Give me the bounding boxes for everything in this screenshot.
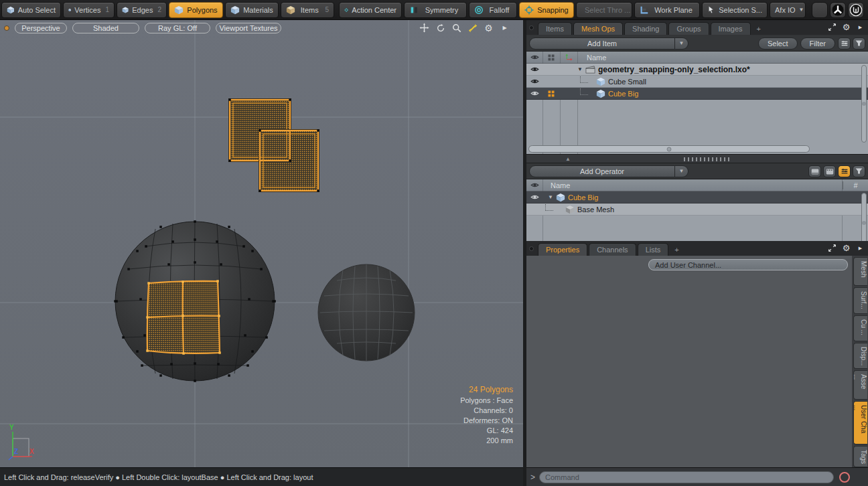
list-options-icon[interactable]: [838, 37, 851, 50]
auto-select-button[interactable]: Auto Select: [1, 2, 61, 18]
zoom-icon[interactable]: [451, 22, 462, 33]
eye-icon[interactable]: [526, 65, 542, 74]
item-row-cube-small[interactable]: Cube Small: [526, 76, 868, 88]
sphere-large-mesh[interactable]: [115, 222, 275, 381]
chevron-down-icon: ▼: [799, 7, 804, 13]
panel-widget-dot[interactable]: [529, 25, 534, 30]
vtab-mesh[interactable]: Mesh: [853, 257, 867, 286]
scene-row[interactable]: ▼ geometry_snapping-only_selection.lxo*: [526, 64, 868, 76]
expander-triangle-icon[interactable]: ▼: [548, 194, 555, 200]
perspective-selector[interactable]: Perspective: [15, 23, 67, 33]
properties-vertical-tabs: Mesh Surf... Cu ... Disp... Asse ... Use…: [852, 256, 868, 467]
selection-sets-button[interactable]: Selection S...: [702, 2, 768, 18]
view-solo-icon[interactable]: [808, 165, 821, 177]
selected-polygons-patch[interactable]: [147, 281, 220, 353]
tab-shading[interactable]: Shading: [624, 22, 667, 35]
tab-mesh-ops[interactable]: Mesh Ops: [573, 22, 623, 35]
snap-crosshair-icon: [524, 5, 534, 15]
mesh-op-row-base-mesh[interactable]: Base Mesh: [526, 204, 868, 216]
vtab-user-channels[interactable]: User Cha ...: [853, 401, 867, 444]
count-column-header: #: [843, 181, 868, 189]
panel-splitter[interactable]: ▲: [526, 154, 868, 163]
snapping-button[interactable]: Snapping: [519, 2, 574, 18]
add-item-dropdown[interactable]: Add Item: [529, 37, 675, 50]
falloff-button[interactable]: Falloff: [469, 2, 517, 18]
polygons-mode-button[interactable]: Polygons: [169, 2, 223, 18]
vertices-mode-button[interactable]: Vertices1: [63, 2, 115, 18]
add-item-dropdown-arrow[interactable]: ▼: [675, 37, 689, 50]
item-list-hscrollbar[interactable]: [528, 145, 810, 153]
splitter-grip[interactable]: [684, 157, 731, 161]
viewport-more-arrow-icon[interactable]: ▶: [499, 22, 510, 33]
viewport-3d[interactable]: Y X Z Perspective Shaded Ray GL: Off Vie…: [0, 20, 523, 467]
tab-channels[interactable]: Channels: [589, 243, 636, 256]
eye-icon[interactable]: [526, 193, 542, 201]
properties-body: Add User Channel... Mesh Surf... Cu ... …: [526, 256, 868, 467]
symmetry-button[interactable]: Symmetry: [404, 2, 467, 18]
action-center-button[interactable]: Action Center: [339, 2, 402, 18]
pan-icon[interactable]: [419, 22, 430, 33]
filter-button[interactable]: Filter: [800, 37, 835, 50]
expand-panel-icon[interactable]: [827, 243, 837, 253]
tab-images[interactable]: Images: [711, 22, 751, 35]
add-user-channel-button[interactable]: Add User Channel...: [648, 259, 848, 270]
name-column-header: Name: [551, 181, 843, 189]
mesh-ops-filter-funnel-icon[interactable]: [853, 165, 865, 177]
view-list-icon[interactable]: [838, 165, 851, 177]
add-operator-dropdown[interactable]: Add Operator: [529, 165, 675, 177]
select-through-button[interactable]: Select Thro ...: [576, 2, 632, 18]
viewport-thumb-widget[interactable]: [4, 25, 9, 31]
shading-mode-selector[interactable]: Shaded: [72, 23, 139, 33]
filter-funnel-icon[interactable]: [853, 37, 865, 50]
item-row-cube-big[interactable]: Cube Big: [526, 88, 868, 100]
tab-groups[interactable]: Groups: [668, 22, 709, 35]
tab-properties[interactable]: Properties: [538, 243, 587, 256]
expand-panel-icon[interactable]: [827, 22, 837, 32]
viewport-textures-toggle[interactable]: Viewport Textures: [216, 23, 281, 33]
maximize-viewport-icon[interactable]: [467, 22, 478, 33]
materials-mode-button[interactable]: Materials: [225, 2, 279, 18]
vtab-curves[interactable]: Cu ...: [853, 315, 867, 341]
vtab-assemblies[interactable]: Asse ...: [853, 370, 867, 400]
item-list-vscrollbar[interactable]: [861, 65, 867, 143]
panel-widget-dot[interactable]: [529, 246, 534, 251]
items-mode-button[interactable]: Items5: [281, 2, 334, 18]
collapse-triangle-icon[interactable]: ▲: [565, 156, 571, 162]
viewport-canvas[interactable]: Y X Z: [0, 20, 523, 467]
empty-toolbar-button[interactable]: [812, 2, 828, 18]
panel-more-arrow-icon[interactable]: ▶: [855, 22, 865, 32]
unreal-bridge-button[interactable]: [848, 2, 864, 18]
afx-io-dropdown[interactable]: Afx IO▼: [770, 2, 806, 18]
modo-kit-button[interactable]: [830, 2, 846, 18]
panel-gear-icon[interactable]: ⚙: [841, 243, 851, 253]
add-tab-button[interactable]: +: [670, 243, 683, 256]
eye-icon[interactable]: [526, 77, 542, 86]
tab-lists[interactable]: Lists: [638, 243, 669, 256]
command-input[interactable]: [539, 471, 834, 483]
panel-gear-icon[interactable]: ⚙: [841, 22, 851, 32]
vtab-displacement[interactable]: Disp...: [853, 343, 867, 369]
vtab-tags[interactable]: Tags: [853, 446, 867, 467]
mesh-op-row-cube-big[interactable]: ▼ Cube Big: [526, 191, 868, 204]
sphere-small-mesh[interactable]: [318, 264, 415, 361]
item-panel-tabs: Items Mesh Ops Shading Groups Images +: [526, 20, 868, 35]
raygl-toggle[interactable]: Ray GL: Off: [145, 23, 210, 33]
expander-triangle-icon[interactable]: ▼: [577, 66, 584, 72]
render-grid-icon[interactable]: [542, 90, 560, 98]
edges-mode-button[interactable]: Edges2: [117, 2, 167, 18]
tab-items[interactable]: Items: [538, 22, 572, 35]
view-split-icon[interactable]: [823, 165, 836, 177]
work-plane-button[interactable]: Work Plane: [634, 2, 700, 18]
add-tab-button[interactable]: +: [752, 22, 766, 35]
panel-more-arrow-icon[interactable]: ▶: [855, 243, 865, 253]
add-operator-dropdown-arrow[interactable]: ▼: [675, 165, 689, 177]
record-macro-icon[interactable]: [839, 472, 850, 483]
cursor-icon: [707, 5, 715, 14]
viewport-background[interactable]: [0, 20, 523, 467]
mesh-cube-icon: [596, 89, 605, 98]
vtab-surface[interactable]: Surf...: [853, 287, 867, 314]
select-button[interactable]: Select: [758, 37, 798, 50]
viewport-settings-gear-icon[interactable]: ⚙: [483, 22, 494, 33]
rotate-view-icon[interactable]: [435, 22, 446, 33]
eye-icon[interactable]: [526, 89, 542, 98]
